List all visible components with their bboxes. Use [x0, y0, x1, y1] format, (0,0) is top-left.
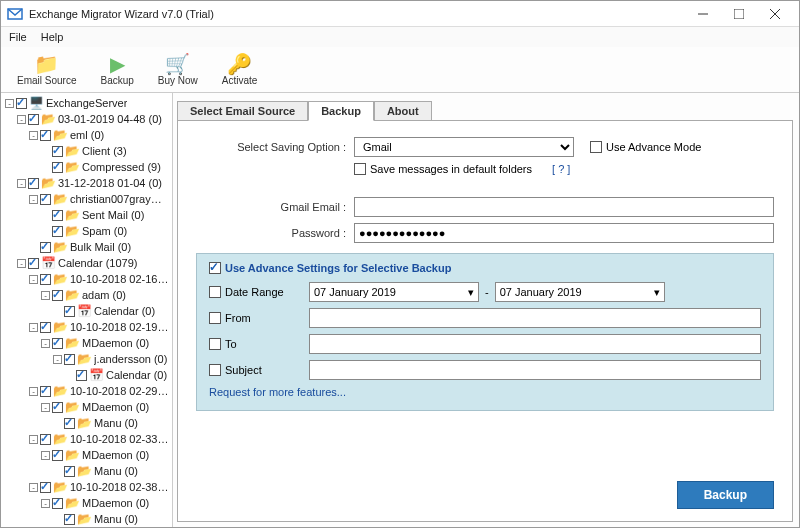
tab-backup[interactable]: Backup [308, 101, 374, 121]
tree-item[interactable]: -📂31-12-2018 01-04 (0) [5, 175, 170, 191]
expand-toggle[interactable]: - [29, 387, 38, 396]
tab-about[interactable]: About [374, 101, 432, 121]
tree-checkbox[interactable] [28, 114, 39, 125]
tree-item[interactable]: -📂MDaemon (0) [5, 447, 170, 463]
tree-checkbox[interactable] [40, 386, 51, 397]
save-default-folders-checkbox[interactable] [354, 163, 366, 175]
expand-toggle[interactable]: - [41, 499, 50, 508]
tree-checkbox[interactable] [52, 498, 63, 509]
minimize-button[interactable] [685, 1, 721, 27]
buy-now-button[interactable]: 🛒 Buy Now [148, 51, 208, 88]
tree-checkbox[interactable] [52, 146, 63, 157]
expand-toggle[interactable]: - [17, 259, 26, 268]
expand-toggle[interactable]: - [29, 483, 38, 492]
tree-item[interactable]: 📂Client (3) [5, 143, 170, 159]
use-advance-settings-checkbox[interactable] [209, 262, 221, 274]
expand-toggle[interactable]: - [29, 275, 38, 284]
subject-input[interactable] [309, 360, 761, 380]
tree-item[interactable]: 📂Spam (0) [5, 223, 170, 239]
tree-checkbox[interactable] [64, 306, 75, 317]
tree-checkbox[interactable] [52, 226, 63, 237]
tree-item[interactable]: -📂10-10-2018 02-38 (0) [5, 479, 170, 495]
tree-checkbox[interactable] [64, 466, 75, 477]
password-input[interactable] [354, 223, 774, 243]
folder-tree[interactable]: -🖥️ExchangeServer-📂03-01-2019 04-48 (0)-… [1, 93, 173, 528]
tree-checkbox[interactable] [40, 242, 51, 253]
tree-checkbox[interactable] [76, 370, 87, 381]
tree-item[interactable]: 📂Manu (0) [5, 415, 170, 431]
expand-toggle[interactable]: - [53, 355, 62, 364]
tree-item[interactable]: -🖥️ExchangeServer [5, 95, 170, 111]
saving-option-select[interactable]: Gmail [354, 137, 574, 157]
to-input[interactable] [309, 334, 761, 354]
to-checkbox[interactable] [209, 338, 221, 350]
email-source-button[interactable]: 📁 Email Source [7, 51, 86, 88]
expand-toggle[interactable]: - [29, 435, 38, 444]
gmail-email-input[interactable] [354, 197, 774, 217]
tree-checkbox[interactable] [52, 338, 63, 349]
help-link[interactable]: [ ? ] [552, 163, 570, 175]
tree-item[interactable]: -📂j.andersson (0) [5, 351, 170, 367]
expand-toggle[interactable]: - [5, 99, 14, 108]
tree-item[interactable]: -📂10-10-2018 02-19 (0) [5, 319, 170, 335]
tree-item[interactable]: -📅Calendar (1079) [5, 255, 170, 271]
menu-help[interactable]: Help [41, 31, 64, 43]
tree-checkbox[interactable] [28, 178, 39, 189]
menu-file[interactable]: File [9, 31, 27, 43]
expand-toggle[interactable]: - [41, 291, 50, 300]
use-advance-mode-checkbox[interactable] [590, 141, 602, 153]
tree-item[interactable]: -📂10-10-2018 02-16 (0) [5, 271, 170, 287]
activate-button[interactable]: 🔑 Activate [212, 51, 268, 88]
tree-checkbox[interactable] [64, 354, 75, 365]
tree-checkbox[interactable] [16, 98, 27, 109]
tree-checkbox[interactable] [40, 194, 51, 205]
tree-item[interactable]: 📂Bulk Mail (0) [5, 239, 170, 255]
tree-item[interactable]: -📂MDaemon (0) [5, 495, 170, 511]
tree-item[interactable]: 📂Sent Mail (0) [5, 207, 170, 223]
expand-toggle[interactable]: - [29, 131, 38, 140]
tree-item[interactable]: 📅Calendar (0) [5, 303, 170, 319]
tree-checkbox[interactable] [52, 450, 63, 461]
tree-checkbox[interactable] [40, 434, 51, 445]
tree-checkbox[interactable] [52, 162, 63, 173]
expand-toggle[interactable]: - [29, 195, 38, 204]
tree-item[interactable]: -📂10-10-2018 02-29 (0) [5, 383, 170, 399]
date-to-picker[interactable]: 07 January 2019 ▾ [495, 282, 665, 302]
subject-checkbox[interactable] [209, 364, 221, 376]
tree-checkbox[interactable] [40, 482, 51, 493]
tree-item[interactable]: 📂Manu (0) [5, 511, 170, 527]
tree-item[interactable]: -📂adam (0) [5, 287, 170, 303]
date-from-picker[interactable]: 07 January 2019 ▾ [309, 282, 479, 302]
expand-toggle[interactable]: - [41, 403, 50, 412]
date-range-checkbox[interactable] [209, 286, 221, 298]
from-input[interactable] [309, 308, 761, 328]
expand-toggle[interactable]: - [29, 323, 38, 332]
tree-item[interactable]: -📂03-01-2019 04-48 (0) [5, 111, 170, 127]
request-more-link[interactable]: Request for more features... [209, 386, 761, 398]
tab-select-email-source[interactable]: Select Email Source [177, 101, 308, 121]
tree-item[interactable]: 📂Compressed (9) [5, 159, 170, 175]
tree-item[interactable]: -📂eml (0) [5, 127, 170, 143]
tree-item[interactable]: 📅Calendar (0) [5, 367, 170, 383]
tree-checkbox[interactable] [52, 210, 63, 221]
tree-checkbox[interactable] [64, 514, 75, 525]
tree-item[interactable]: -📂10-10-2018 02-33 (0) [5, 431, 170, 447]
tree-item[interactable]: -📂christian007gray@gm [5, 191, 170, 207]
tree-checkbox[interactable] [28, 258, 39, 269]
tree-checkbox[interactable] [40, 274, 51, 285]
tree-item[interactable]: -📂MDaemon (0) [5, 335, 170, 351]
close-button[interactable] [757, 1, 793, 27]
expand-toggle[interactable]: - [41, 339, 50, 348]
backup-toolbar-button[interactable]: ▶ Backup [90, 51, 143, 88]
expand-toggle[interactable]: - [17, 179, 26, 188]
expand-toggle[interactable]: - [17, 115, 26, 124]
tree-checkbox[interactable] [64, 418, 75, 429]
backup-button[interactable]: Backup [677, 481, 774, 509]
tree-checkbox[interactable] [40, 322, 51, 333]
maximize-button[interactable] [721, 1, 757, 27]
tree-item[interactable]: -📂MDaemon (0) [5, 399, 170, 415]
tree-checkbox[interactable] [52, 402, 63, 413]
tree-checkbox[interactable] [40, 130, 51, 141]
from-checkbox[interactable] [209, 312, 221, 324]
tree-item[interactable]: 📂Manu (0) [5, 463, 170, 479]
